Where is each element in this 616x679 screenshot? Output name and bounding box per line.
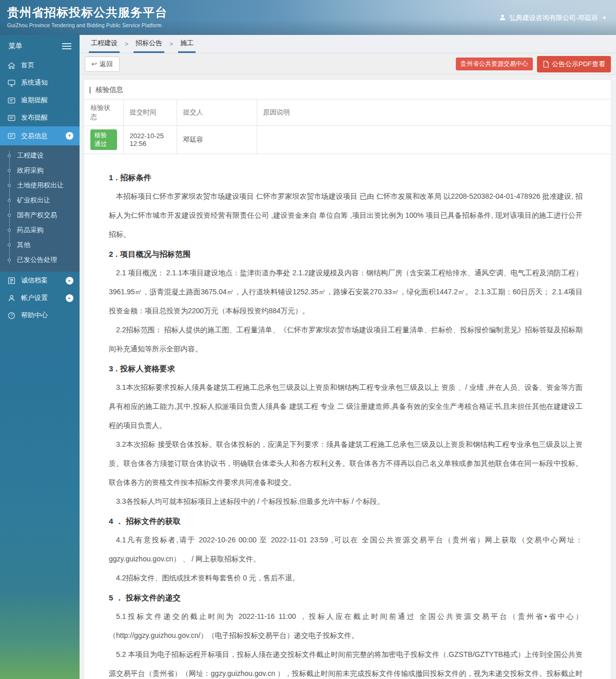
section-heading: 5 ． 投标文件的递交 bbox=[109, 589, 583, 607]
sidebar-item-credit-archive[interactable]: 诚信档案▸ bbox=[0, 272, 80, 289]
sidebar: 菜单 首页系统通知逾期提醒发布提醒交易信息▾工程建设政府采购土地使用权出让矿业权… bbox=[0, 35, 80, 679]
sidebar-subitem-label: 药品采购 bbox=[17, 225, 44, 235]
sidebar-item-publish-reminder[interactable]: 发布提醒 bbox=[0, 109, 80, 126]
sidebar-item-overdue-reminder[interactable]: 逾期提醒 bbox=[0, 91, 80, 109]
back-icon: ↩ bbox=[91, 60, 97, 68]
paragraph: 3.3各投标人均可就本招标项目上述标段中的 / 个标段投标,但最多允许中标 / … bbox=[109, 492, 583, 511]
breadcrumb-item[interactable]: 招标公告 bbox=[133, 35, 164, 53]
app-subtitle: GuiZhou Province Tendering and Bidding P… bbox=[7, 23, 167, 28]
pdf-view-button[interactable]: 公告公示PDF查看 bbox=[537, 56, 611, 72]
exchange-center-button[interactable]: 贵州省公共资源交易中心 bbox=[456, 58, 533, 70]
status-badge: 核验通过 bbox=[90, 129, 117, 150]
submit-person: 邓廷容 bbox=[177, 126, 257, 154]
sidebar-items: 首页系统通知逾期提醒发布提醒交易信息▾工程建设政府采购土地使用权出让矿业权出让国… bbox=[0, 56, 80, 324]
bullet-icon bbox=[8, 184, 11, 187]
paragraph: 4.1凡有意投标者,请于 2022-10-26 00:00 至 2022-11-… bbox=[109, 531, 583, 569]
paragraph: 4.2招标文件、图纸或技术资料每套售价 0 元，售后不退。 bbox=[109, 569, 583, 588]
verify-section-title: 核验信息 bbox=[84, 80, 611, 99]
content-panel: 核验信息 核验状态 提交时间 提交人 原因说明 核验通过 2022-10-25 … bbox=[84, 79, 611, 679]
breadcrumb-separator: > bbox=[164, 35, 178, 53]
sidebar-item-home[interactable]: 首页 bbox=[0, 56, 80, 74]
help-icon: ? bbox=[7, 311, 16, 320]
verify-table: 核验状态 提交时间 提交人 原因说明 核验通过 2022-10-25 12:56… bbox=[84, 99, 611, 154]
notice-icon bbox=[7, 114, 16, 122]
sidebar-item-help-center[interactable]: ?帮助中心 bbox=[0, 307, 80, 324]
sidebar-item-label: 逾期提醒 bbox=[21, 96, 48, 105]
sidebar-submenu: 工程建设政府采购土地使用权出让矿业权出让国有产权交易药品采购其他已发公告处理 bbox=[0, 145, 80, 272]
sidebar-subitem-label: 政府采购 bbox=[17, 166, 44, 175]
verify-col-time: 提交时间 bbox=[123, 100, 177, 126]
bullet-icon bbox=[8, 199, 11, 202]
list-icon bbox=[7, 276, 16, 285]
bullet-icon bbox=[8, 258, 11, 261]
paragraph: 3.2本次招标 接受联合体投标。联合体投标的，应满足下列要求：须具备建筑工程施工… bbox=[109, 435, 583, 492]
chevron-down-icon: ▼ bbox=[602, 15, 607, 21]
user-menu[interactable]: 弘典建设咨询有限公司-邓廷容 ▼ bbox=[499, 13, 607, 23]
sidebar-item-label: 系统通知 bbox=[21, 78, 48, 87]
paragraph: 2.1 项目概况： 2.1.1本项目建设地点：盐津街道办事处 2.1.2建设规模… bbox=[109, 263, 583, 320]
pdf-view-button-label: 公告公示PDF查看 bbox=[552, 60, 605, 69]
sidebar-subitem-label: 土地使用权出让 bbox=[17, 181, 64, 190]
sidebar-subitem-published-notice[interactable]: 已发公告处理 bbox=[0, 252, 80, 267]
verify-col-status: 核验状态 bbox=[84, 100, 123, 126]
breadcrumb-item[interactable]: 工程建设 bbox=[89, 35, 120, 53]
home-icon bbox=[7, 61, 16, 70]
verify-col-person: 提交人 bbox=[177, 100, 257, 126]
notice-icon bbox=[7, 131, 16, 140]
sidebar-item-label: 诚信档案 bbox=[21, 276, 48, 285]
section-heading: 4 ． 招标文件的获取 bbox=[109, 512, 583, 531]
sidebar-item-label: 交易信息 bbox=[21, 131, 48, 141]
bullet-icon bbox=[8, 243, 11, 247]
paragraph: 本招标项目仁怀市罗家坝农贸市场建设项目 仁怀市罗家坝农贸市场建设项目 已由 仁怀… bbox=[109, 187, 583, 244]
sidebar-subitem-mining-right[interactable]: 矿业权出让 bbox=[0, 193, 80, 208]
back-button[interactable]: ↩ 返回 bbox=[85, 56, 120, 72]
sidebar-subitem-label: 已发公告处理 bbox=[17, 255, 57, 265]
toolbar: ↩ 返回 贵州省公共资源交易中心 公告公示PDF查看 bbox=[80, 53, 616, 75]
sidebar-subitem-label: 工程建设 bbox=[17, 151, 44, 160]
sidebar-subitem-construction[interactable]: 工程建设 bbox=[0, 148, 80, 163]
svg-text:?: ? bbox=[10, 313, 13, 318]
sidebar-item-trade-info[interactable]: 交易信息▾ bbox=[0, 126, 80, 145]
sidebar-item-system-notice[interactable]: 系统通知 bbox=[0, 74, 80, 91]
chevron-right-icon: ▸ bbox=[66, 277, 73, 285]
sidebar-item-label: 帮助中心 bbox=[21, 311, 48, 320]
user-name: 弘典建设咨询有限公司-邓廷容 bbox=[509, 13, 598, 23]
breadcrumb: 工程建设>招标公告>施工 bbox=[80, 35, 616, 53]
chevron-right-icon: ▸ bbox=[66, 294, 73, 302]
bullet-icon bbox=[8, 169, 11, 172]
sidebar-item-label: 帐户设置 bbox=[21, 293, 48, 303]
menu-label: 菜单 bbox=[8, 42, 23, 51]
reason-cell bbox=[257, 126, 611, 154]
sidebar-subitem-drug-procurement[interactable]: 药品采购 bbox=[0, 222, 80, 237]
breadcrumb-separator: > bbox=[120, 35, 133, 53]
sidebar-subitem-government-procurement[interactable]: 政府采购 bbox=[0, 163, 80, 178]
app-header: 贵州省招标投标公共服务平台 GuiZhou Province Tendering… bbox=[0, 0, 616, 35]
sidebar-subitem-other[interactable]: 其他 bbox=[0, 237, 80, 252]
sidebar-subitem-state-property[interactable]: 国有产权交易 bbox=[0, 208, 80, 222]
back-button-label: 返回 bbox=[100, 60, 113, 69]
sidebar-item-label: 首页 bbox=[21, 61, 34, 70]
breadcrumb-item[interactable]: 施工 bbox=[178, 35, 196, 53]
sidebar-item-account-settings[interactable]: 帐户设置▸ bbox=[0, 289, 80, 307]
paragraph: 3.1本次招标要求投标人须具备建筑工程施工总承包三级及以上资质和钢结构工程专业承… bbox=[109, 378, 583, 435]
paragraph: 5.1投标文件递交的截止时间为 2022-11-16 11:00 ，投标人应在截… bbox=[109, 607, 583, 645]
hamburger-icon[interactable] bbox=[62, 43, 71, 44]
section-heading: 1 . 招标条件 bbox=[109, 168, 583, 187]
sidebar-subitem-label: 国有产权交易 bbox=[17, 211, 57, 220]
section-heading: 2 . 项目概况与招标范围 bbox=[109, 245, 583, 263]
paragraph: 5.2 本项目为电子招标远程开标项目，投标人须在递交投标文件截止时间前完整的将加… bbox=[109, 645, 583, 679]
pdf-file-icon bbox=[543, 61, 549, 68]
sidebar-subitem-land-use-right[interactable]: 土地使用权出让 bbox=[0, 178, 80, 193]
monitor-icon bbox=[7, 79, 16, 87]
app-title: 贵州省招标投标公共服务平台 bbox=[7, 5, 167, 21]
sidebar-subitem-label: 矿业权出让 bbox=[17, 196, 50, 205]
sidebar-subitem-label: 其他 bbox=[17, 240, 30, 250]
bullet-icon bbox=[8, 229, 11, 232]
document-body: 1 . 招标条件本招标项目仁怀市罗家坝农贸市场建设项目 仁怀市罗家坝农贸市场建设… bbox=[84, 154, 611, 679]
user-icon bbox=[499, 14, 506, 23]
chevron-down-icon: ▾ bbox=[66, 132, 73, 140]
main-area: 工程建设>招标公告>施工 ↩ 返回 贵州省公共资源交易中心 公告公示PDF查看 … bbox=[80, 35, 616, 679]
bullet-icon bbox=[8, 214, 11, 217]
section-heading: 3 . 投标人资格要求 bbox=[109, 360, 583, 378]
paragraph: 2.2招标范围： 招标人提供的施工图、工程量清单、《仁怀市罗家坝农贸市场建设项目… bbox=[109, 320, 583, 359]
